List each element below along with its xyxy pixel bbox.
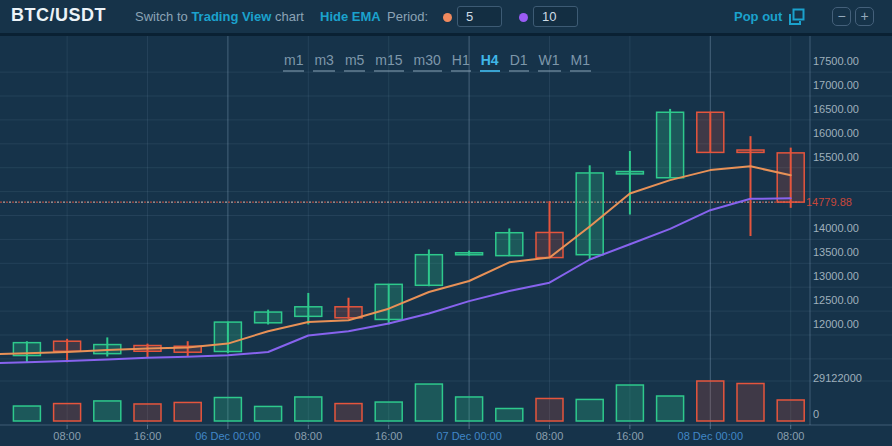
timeframe-m15[interactable]: m15 xyxy=(374,52,403,72)
switch-prefix: Switch to xyxy=(135,9,188,24)
volume-bar xyxy=(456,397,483,421)
volume-bar xyxy=(536,398,563,421)
timeframe-m1[interactable]: m1 xyxy=(283,52,304,72)
timeframe-d1[interactable]: D1 xyxy=(509,52,529,72)
zoom-in-button[interactable]: + xyxy=(855,7,874,26)
current-price-label: 14779.88 xyxy=(806,196,852,208)
symbol-title: BTC/USDT xyxy=(11,5,106,26)
ema5-line xyxy=(0,166,791,354)
trading-chart-app: BTC/USDT Switch to Trading View chart Hi… xyxy=(0,0,892,446)
volume-bar xyxy=(335,404,362,421)
timeframe-m1[interactable]: M1 xyxy=(570,52,591,72)
volume-bar xyxy=(295,397,322,421)
pop-out-link[interactable]: Pop out xyxy=(734,9,782,24)
volume-bar xyxy=(134,404,161,421)
price-axis-label: 13000.00 xyxy=(813,270,859,282)
candle-body xyxy=(54,341,81,351)
volume-bar xyxy=(657,396,684,421)
volume-bar xyxy=(697,381,724,421)
time-axis-label: 07 Dec 00:00 xyxy=(436,430,501,442)
price-axis-label: 12000.00 xyxy=(813,318,859,330)
chart-toolbar: BTC/USDT Switch to Trading View chart Hi… xyxy=(0,0,892,36)
time-axis-label: 08:00 xyxy=(777,430,805,442)
candle-body xyxy=(255,312,282,323)
timeframe-m3[interactable]: m3 xyxy=(313,52,334,72)
volume-bar xyxy=(174,402,201,421)
candle-body xyxy=(496,233,523,256)
price-axis-label: 16000.00 xyxy=(813,127,859,139)
candle-body xyxy=(456,253,483,255)
candle-body xyxy=(375,284,402,319)
volume-bar xyxy=(737,384,764,421)
timeframe-m5[interactable]: m5 xyxy=(344,52,365,72)
candle-body xyxy=(214,322,241,351)
time-axis-label: 08 Dec 00:00 xyxy=(678,430,743,442)
timeframe-w1[interactable]: W1 xyxy=(538,52,561,72)
price-axis-label: 14000.00 xyxy=(813,222,859,234)
timeframe-m30[interactable]: m30 xyxy=(413,52,442,72)
price-axis-label: 15500.00 xyxy=(813,151,859,163)
price-axis-label: 12500.00 xyxy=(813,294,859,306)
timeframe-h1[interactable]: H1 xyxy=(451,52,471,72)
candle-body xyxy=(295,307,322,317)
zoom-out-button[interactable]: − xyxy=(832,7,851,26)
timeframe-h4[interactable]: H4 xyxy=(480,52,500,72)
volume-bar xyxy=(94,401,121,421)
price-axis-label: 17000.00 xyxy=(813,79,859,91)
volume-bar xyxy=(214,398,241,421)
candle-body xyxy=(576,173,603,255)
volume-bar xyxy=(375,402,402,421)
timeframe-selector: m1m3m5m15m30H1H4D1W1M1 xyxy=(283,52,591,72)
ema5-period-input[interactable] xyxy=(457,6,502,27)
volume-axis-label: 29122000 xyxy=(813,372,862,384)
volume-bar xyxy=(576,399,603,421)
time-axis-label: 06 Dec 00:00 xyxy=(195,430,260,442)
candle-body xyxy=(657,112,684,177)
volume-bar xyxy=(415,384,442,421)
time-axis-label: 08:00 xyxy=(295,430,323,442)
candle-body xyxy=(536,232,563,257)
candle-body xyxy=(616,172,643,174)
price-axis-label: 17500.00 xyxy=(813,55,859,67)
candle-body xyxy=(415,255,442,286)
volume-bar xyxy=(496,409,523,421)
time-axis-label: 16:00 xyxy=(616,430,644,442)
hide-ema-link[interactable]: Hide EMA xyxy=(320,9,381,24)
volume-bar xyxy=(777,400,804,421)
time-axis-label: 16:00 xyxy=(134,430,162,442)
candle-body xyxy=(697,112,724,152)
volume-axis-zero-label: 0 xyxy=(813,408,819,420)
period-label: Period: xyxy=(387,9,428,24)
time-axis-label: 08:00 xyxy=(536,430,564,442)
volume-bar xyxy=(255,406,282,421)
candlestick-chart[interactable]: 17500.0017000.0016500.0016000.0015500.00… xyxy=(0,36,892,446)
volume-bar xyxy=(616,385,643,421)
candle-body xyxy=(737,150,764,152)
candle-body xyxy=(777,153,804,202)
volume-bar xyxy=(54,404,81,421)
pop-out-icon[interactable] xyxy=(787,8,805,26)
candle-body xyxy=(335,307,362,318)
ema10-color-dot xyxy=(519,13,528,22)
ema10-line xyxy=(0,198,791,363)
trading-view-link[interactable]: Trading View xyxy=(191,9,271,24)
ema5-color-dot xyxy=(443,13,452,22)
switch-chart-text: Switch to Trading View chart xyxy=(135,9,304,24)
price-axis-label: 16500.00 xyxy=(813,103,859,115)
time-axis-label: 16:00 xyxy=(375,430,403,442)
volume-bar xyxy=(13,406,40,421)
price-axis-label: 13500.00 xyxy=(813,246,859,258)
ema10-period-input[interactable] xyxy=(533,6,578,27)
time-axis-label: 08:00 xyxy=(53,430,81,442)
switch-suffix: chart xyxy=(275,9,304,24)
